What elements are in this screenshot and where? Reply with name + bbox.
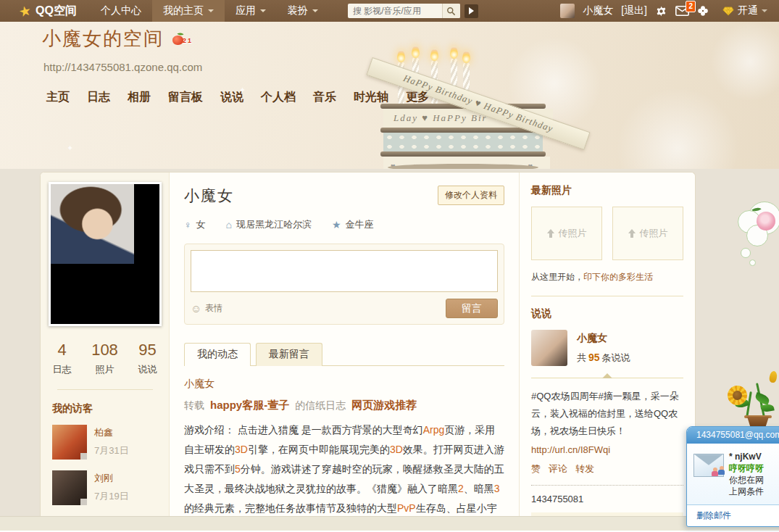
visitors-title: 我的访客 — [52, 402, 157, 415]
visitor-avatar[interactable] — [52, 470, 87, 505]
ribbon-spool-dots — [383, 133, 543, 151]
emoticon-button[interactable]: ☺ 表情 — [191, 302, 222, 315]
stat-shuoshuo[interactable]: 95 说说 — [126, 341, 169, 376]
tab-my-feeds[interactable]: 我的动态 — [184, 343, 251, 366]
stat-value: 4 — [41, 341, 83, 359]
clover-icon[interactable] — [697, 5, 709, 17]
search-box — [348, 4, 460, 18]
stat-label: 日志 — [41, 363, 83, 376]
space-url[interactable]: http://1434755081.qzone.qq.com — [43, 61, 202, 73]
space-title-text: 小魔女的空间 — [42, 26, 164, 51]
user-name[interactable]: 小魔女 — [583, 4, 613, 17]
profile-photo[interactable] — [49, 182, 162, 326]
stat-photos[interactable]: 108 照片 — [83, 341, 126, 376]
message-composer: ☺ 表情 留言 — [184, 244, 504, 325]
mail-popup-body: * njKwV 哼呀哼呀 你想在网 上网条件 — [687, 444, 779, 504]
feed-tabs: 我的动态 最新留言 — [184, 342, 504, 366]
visitor-date: 7月19日 — [94, 490, 129, 503]
nav-label: 应用 — [236, 4, 256, 17]
content-area: 4 日志 108 照片 95 说说 我的访客 — [0, 169, 779, 516]
page-title: 小魔女的空间 21 — [42, 26, 194, 51]
star-icon: ★ — [332, 219, 341, 230]
bubble-dot — [749, 259, 756, 266]
settings-gear-icon[interactable] — [655, 5, 667, 17]
tab-latest-messages[interactable]: 最新留言 — [256, 343, 322, 366]
feed-meta: 转载 happy客服-萱子 的信纸日志 网页游戏推荐 — [184, 399, 504, 412]
expand-arrow-button[interactable] — [465, 4, 478, 18]
profile-name: 小魔女 — [184, 186, 234, 206]
feed-body-text: 游戏介绍： 点击进入猎魔 是一款西方背景的大型奇幻Arpg页游，采用自主研发的3… — [184, 420, 504, 516]
mail-subject[interactable]: 哼呀哼呀 — [729, 462, 779, 474]
collapse-up-icon[interactable] — [602, 373, 612, 378]
feed-source-link[interactable]: happy客服-萱子 — [210, 399, 289, 412]
user-avatar[interactable] — [560, 4, 575, 18]
mail-sender[interactable]: * njKwV — [729, 451, 779, 462]
zodiac-text: 金牛座 — [346, 218, 374, 231]
delete-mail-link[interactable]: 删除邮件 — [696, 510, 731, 520]
print-life-link[interactable]: 印下你的多彩生活 — [583, 272, 653, 282]
visitor-name[interactable]: 柏鑫 — [94, 426, 129, 439]
divider — [531, 378, 683, 378]
stat-label: 说说 — [126, 363, 169, 376]
upload-arrow-icon — [547, 229, 555, 238]
menu-home[interactable]: 主页 — [46, 90, 70, 105]
mail-notification-popup: 1434755081@qq.com * njKwV 哼呀哼呀 你想在网 上网条件… — [686, 426, 779, 527]
upload-label: 传照片 — [640, 227, 668, 240]
left-sidebar: 4 日志 108 照片 95 说说 我的访客 — [41, 173, 170, 516]
gender-icon: ♀ — [184, 219, 192, 230]
mail-preview-line: 上网条件 — [729, 486, 779, 497]
shuoshuo-user-name[interactable]: 小魔女 — [577, 332, 630, 345]
leave-message-button[interactable]: 留言 — [446, 299, 498, 318]
shuoshuo-avatar[interactable] — [531, 330, 567, 366]
candle-flame — [412, 46, 420, 58]
menu-timeline[interactable]: 时光轴 — [354, 90, 388, 105]
sunflower-decoration — [726, 371, 779, 428]
menu-profile[interactable]: 个人档 — [261, 90, 296, 105]
candle-flame — [462, 51, 470, 63]
feed-title-link[interactable]: 网页游戏推荐 — [351, 399, 417, 412]
arrow-right-icon — [469, 7, 474, 14]
visitor-row: 柏鑫 7月31日 — [52, 425, 157, 460]
search-button[interactable] — [442, 4, 460, 18]
visitor-name[interactable]: 刘刚 — [94, 472, 129, 485]
menu-message-board[interactable]: 留言板 — [168, 90, 203, 105]
visitor-avatar[interactable] — [52, 425, 87, 460]
upload-photo-button[interactable]: 传照片 — [531, 207, 602, 260]
menu-more[interactable]: 更多 — [406, 90, 429, 105]
shuoshuo-post-link[interactable]: http://url.cn/I8FWqi — [531, 442, 683, 458]
feed-author-link[interactable]: 小魔女 — [184, 378, 214, 389]
message-input[interactable] — [191, 250, 498, 292]
envelope-flap — [694, 454, 723, 465]
nav-my-homepage[interactable]: 我的主页 — [152, 0, 225, 22]
nav-apps[interactable]: 应用 — [225, 0, 277, 22]
vip-open-menu[interactable]: 开通 — [722, 4, 767, 17]
nav-label: 装扮 — [288, 4, 308, 17]
edit-profile-button[interactable]: 修改个人资料 — [438, 186, 504, 205]
menu-shuoshuo[interactable]: 说说 — [220, 90, 243, 105]
leaf — [754, 392, 771, 405]
profile-header: 小魔女 修改个人资料 — [184, 186, 504, 206]
candle-flame — [430, 49, 438, 61]
forward-button[interactable]: 转发 — [575, 462, 594, 475]
apple-icon[interactable]: 21 — [172, 33, 194, 47]
chevron-down-icon — [762, 9, 767, 12]
menu-music[interactable]: 音乐 — [313, 90, 336, 105]
menu-blog[interactable]: 日志 — [87, 90, 110, 105]
profile-card: 4 日志 108 照片 95 说说 我的访客 — [40, 172, 696, 516]
nav-decorate[interactable]: 装扮 — [277, 0, 329, 22]
visitors-section: 我的访客 柏鑫 7月31日 刘刚 7月19日 — [41, 390, 169, 516]
upload-photo-button[interactable]: 传照片 — [612, 207, 683, 260]
logout-link[interactable]: [退出] — [621, 4, 647, 17]
nav-label: 个人中心 — [101, 4, 141, 17]
search-input[interactable] — [348, 4, 442, 18]
mail-popup-header[interactable]: 1434755081@qq.com — [687, 427, 779, 444]
menu-album[interactable]: 相册 — [128, 90, 151, 105]
nav-personal-center[interactable]: 个人中心 — [90, 0, 152, 22]
feed-action: 转载 — [184, 399, 204, 412]
qzone-logo[interactable]: ★ QQ空间 — [19, 4, 77, 19]
location-text: 现居黑龙江哈尔滨 — [236, 218, 312, 231]
stat-blogs[interactable]: 4 日志 — [41, 341, 83, 376]
mail-icon[interactable]: 2 — [675, 6, 689, 16]
like-button[interactable]: 赞 — [531, 462, 541, 475]
comment-button[interactable]: 评论 — [549, 462, 567, 475]
